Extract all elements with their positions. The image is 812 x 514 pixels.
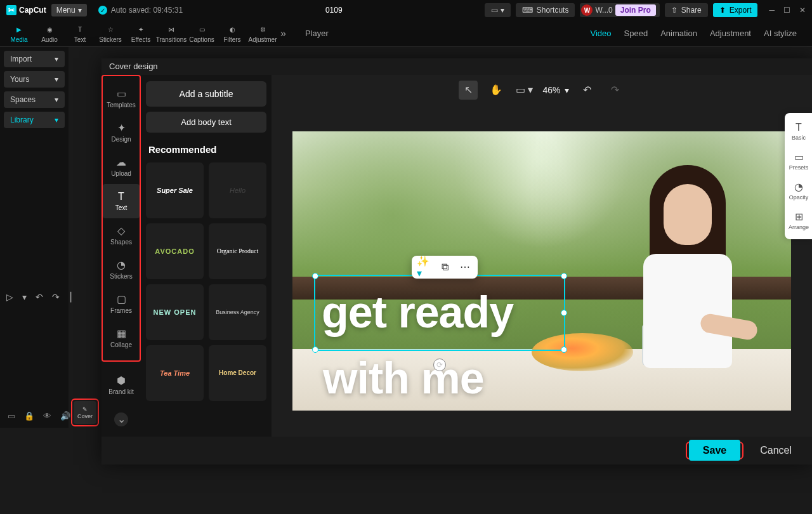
user-button[interactable]: W W...0 Join Pro — [580, 3, 659, 17]
tab-stickers[interactable]: ☆Stickers — [95, 20, 126, 47]
text-card[interactable]: Tea Time — [146, 345, 204, 401]
tab-transitions[interactable]: ⋈Transitions — [156, 20, 187, 47]
cancel-button[interactable]: Cancel — [751, 440, 801, 461]
redo-icon[interactable]: ↷ — [52, 292, 60, 302]
crop-tool[interactable]: ▭ ▾ — [514, 81, 534, 100]
text-card[interactable]: AVOCADO — [146, 223, 204, 279]
text-style-grid: Super Sale Hello AVOCADO Organic Product… — [146, 162, 266, 401]
check-icon: ✓ — [98, 6, 107, 15]
tab-text[interactable]: TText — [65, 20, 95, 47]
text-card[interactable]: Business Agency — [209, 284, 266, 340]
resize-handle-tl[interactable] — [312, 273, 318, 279]
selection-box[interactable]: ⟳ — [314, 275, 565, 351]
chevron-down-icon[interactable]: ▾ — [22, 292, 27, 302]
rr-arrange[interactable]: ⊞Arrange — [785, 207, 812, 234]
sidebar-item-library[interactable]: Library▾ — [4, 112, 65, 128]
minimize-icon[interactable]: ─ — [769, 6, 775, 15]
text-card[interactable]: Home Decor — [209, 345, 266, 401]
rtab-speed[interactable]: Speed — [624, 29, 648, 38]
sidebar-item-yours[interactable]: Yours▾ — [4, 71, 65, 88]
resize-handle-br[interactable] — [561, 346, 567, 353]
save-button[interactable]: Save — [689, 440, 740, 461]
pointer-icon[interactable]: ▷ — [6, 292, 13, 302]
add-subtitle-button[interactable]: Add a subtitle — [146, 81, 266, 107]
export-icon: ⬆ — [719, 6, 726, 15]
lock-icon[interactable]: 🔒 — [24, 411, 34, 421]
cover-button-highlight: ✎ Cover — [71, 399, 99, 426]
cover-image[interactable]: get ready with me ⟳ ✨ ▾ ⧉ ⋯ — [292, 131, 791, 411]
close-icon[interactable]: ✕ — [799, 6, 806, 15]
rtab-adjustment[interactable]: Adjustment — [710, 29, 751, 38]
ms-expand[interactable]: ⌄ — [103, 402, 140, 437]
select-tool[interactable]: ↖ — [459, 81, 478, 100]
rtab-animation[interactable]: Animation — [660, 29, 697, 38]
shapes-icon: ◇ — [117, 225, 125, 237]
sidebar-item-import[interactable]: Import▾ — [4, 51, 65, 67]
ms-templates[interactable]: ▭Templates — [103, 81, 140, 115]
tab-effects[interactable]: ✦Effects — [126, 20, 156, 47]
resize-handle-bl[interactable] — [312, 346, 318, 353]
ms-stickers[interactable]: ◔Stickers — [103, 253, 140, 287]
text-card[interactable]: Super Sale — [146, 162, 204, 218]
logo-icon: ✂ — [6, 5, 16, 15]
ai-magic-button[interactable]: ✨ ▾ — [417, 260, 432, 275]
right-tabs: Video Speed Animation Adjustment AI styl… — [591, 29, 808, 38]
text-icon: T — [74, 23, 86, 35]
redo-button[interactable]: ↷ — [606, 81, 625, 100]
undo-icon[interactable]: ↶ — [36, 292, 43, 302]
ms-design[interactable]: ✦Design — [103, 115, 140, 150]
rtab-aistylize[interactable]: AI stylize — [764, 29, 797, 38]
resize-handle-tr[interactable] — [561, 273, 567, 279]
rr-presets[interactable]: ▭Presets — [785, 147, 812, 175]
brandkit-icon: ⬢ — [117, 374, 126, 386]
tab-filters[interactable]: ◐Filters — [217, 20, 247, 47]
undo-button[interactable]: ↶ — [578, 81, 597, 100]
ms-brandkit[interactable]: ⬢Brand kit — [103, 368, 140, 402]
sidebar-item-spaces[interactable]: Spaces▾ — [4, 91, 65, 108]
frame-icon[interactable]: ▭ — [8, 411, 15, 421]
text-card[interactable]: NEW OPEN — [146, 284, 204, 340]
resize-handle-mr[interactable] — [561, 310, 567, 316]
cover-button[interactable]: ✎ Cover — [74, 401, 96, 424]
shortcuts-button[interactable]: ⌨ Shortcuts — [516, 3, 575, 17]
save-button-highlight: Save — [686, 442, 743, 459]
add-body-text-button[interactable]: Add body text — [146, 112, 266, 133]
tab-adjustment[interactable]: ⚙Adjustmer — [247, 20, 278, 47]
eye-icon[interactable]: 👁 — [43, 411, 51, 421]
tab-audio[interactable]: ◉Audio — [34, 20, 65, 47]
more-tabs-button[interactable]: » — [280, 28, 286, 39]
text-card[interactable]: Organic Product — [209, 223, 266, 279]
rtab-video[interactable]: Video — [591, 29, 612, 38]
duplicate-button[interactable]: ⧉ — [437, 260, 452, 275]
project-name[interactable]: 0109 — [188, 6, 480, 15]
tab-media[interactable]: ▶Media — [4, 20, 34, 47]
audio-icon[interactable]: 🔊 — [60, 411, 70, 421]
tab-captions[interactable]: ▭Captions — [187, 20, 217, 47]
menu-button[interactable]: Menu▾ — [51, 4, 87, 16]
maximize-icon[interactable]: ☐ — [783, 6, 790, 15]
ms-upload[interactable]: ☁Upload — [103, 150, 140, 184]
rotate-handle[interactable]: ⟳ — [433, 359, 446, 371]
zoom-level[interactable]: 46% ▾ — [542, 85, 568, 95]
aspect-ratio-button[interactable]: ▭ ▾ — [485, 3, 510, 17]
chevron-down-icon: ▾ — [78, 6, 82, 15]
join-pro-badge[interactable]: Join Pro — [615, 4, 656, 16]
chevron-down-icon: ▾ — [55, 115, 58, 124]
rr-opacity[interactable]: ◔Opacity — [785, 177, 812, 204]
rr-basic[interactable]: TBasic — [785, 118, 812, 145]
collage-icon: ▦ — [117, 327, 126, 339]
text-card[interactable]: Hello — [209, 162, 266, 218]
canvas-viewport[interactable]: get ready with me ⟳ ✨ ▾ ⧉ ⋯ — [272, 105, 812, 437]
effects-icon: ✦ — [135, 23, 147, 35]
ms-collage[interactable]: ▦Collage — [103, 321, 140, 355]
chevron-down-icon: ▾ — [565, 85, 569, 95]
hand-tool[interactable]: ✋ — [487, 81, 506, 100]
ms-shapes[interactable]: ◇Shapes — [103, 218, 140, 253]
more-options-button[interactable]: ⋯ — [457, 260, 473, 275]
ms-frames[interactable]: ▢Frames — [103, 287, 140, 321]
arrange-icon: ⊞ — [795, 211, 803, 223]
export-button[interactable]: ⬆ Export — [713, 3, 758, 17]
split-icon[interactable]: ⎮ — [69, 292, 73, 302]
share-button[interactable]: ⇧ Share — [665, 3, 708, 17]
ms-text[interactable]: TText — [103, 184, 140, 218]
